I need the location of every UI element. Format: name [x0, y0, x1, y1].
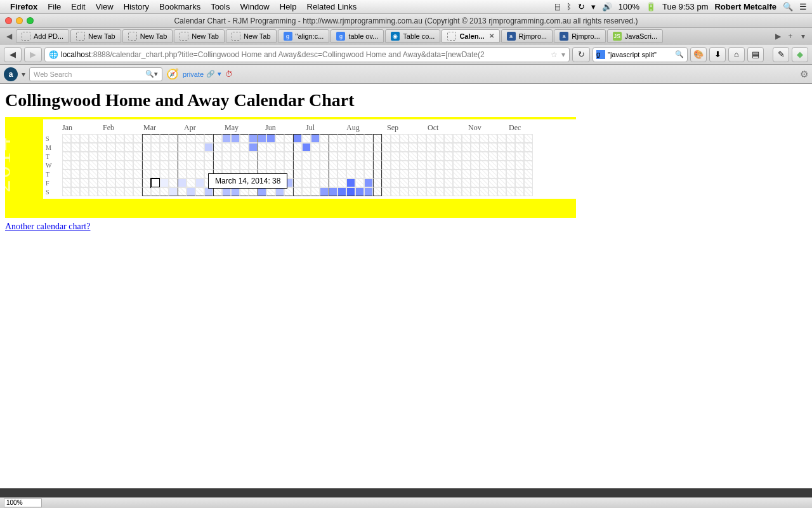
calendar-cell[interactable]	[373, 143, 382, 152]
user-name[interactable]: Robert Metcalfe	[714, 2, 776, 11]
calendar-cell[interactable]	[151, 178, 160, 187]
calendar-cell[interactable]	[453, 170, 462, 178]
calendar-cell[interactable]	[169, 170, 178, 178]
calendar-cell[interactable]	[231, 134, 240, 143]
calendar-cell[interactable]	[62, 170, 71, 178]
calendar-cell[interactable]	[151, 187, 160, 196]
calendar-cell[interactable]	[355, 170, 364, 178]
calendar-cell[interactable]	[169, 178, 178, 187]
calendar-cell[interactable]	[506, 143, 515, 152]
calendar-cell[interactable]	[71, 161, 80, 170]
calendar-cell[interactable]	[409, 143, 417, 152]
clock[interactable]: Tue 9:53 pm	[662, 2, 709, 11]
calendar-cell[interactable]	[444, 187, 453, 196]
calendar-cell[interactable]	[400, 187, 409, 196]
calendar-cell[interactable]	[249, 152, 258, 161]
menu-bookmarks[interactable]: Bookmarks	[159, 2, 200, 11]
calendar-cell[interactable]	[195, 152, 204, 161]
calendar-cell[interactable]	[435, 170, 444, 178]
calendar-cell[interactable]	[98, 170, 107, 178]
calendar-cell[interactable]	[524, 134, 533, 143]
calendar-cell[interactable]	[89, 178, 98, 187]
menu-edit[interactable]: Edit	[71, 2, 85, 11]
calendar-cell[interactable]	[124, 134, 133, 143]
timer-icon[interactable]: ⏱	[225, 70, 233, 79]
calendar-cell[interactable]	[346, 178, 355, 187]
calendar-cell[interactable]	[115, 152, 124, 161]
calendar-cell[interactable]	[258, 152, 266, 161]
calendar-cell[interactable]	[169, 152, 178, 161]
calendar-cell[interactable]	[391, 143, 400, 152]
calendar-cell[interactable]	[195, 143, 204, 152]
calendar-cell[interactable]	[462, 152, 471, 161]
calendar-cell[interactable]	[195, 187, 204, 196]
menu-file[interactable]: File	[48, 2, 61, 11]
calendar-cell[interactable]	[195, 134, 204, 143]
calendar-cell[interactable]	[89, 143, 98, 152]
calendar-cell[interactable]	[488, 152, 497, 161]
calendar-cell[interactable]	[329, 187, 337, 196]
calendar-cell[interactable]	[382, 170, 391, 178]
calendar-cell[interactable]	[249, 143, 258, 152]
calendar-cell[interactable]	[160, 178, 169, 187]
calendar-cell[interactable]	[293, 178, 302, 187]
menu-app[interactable]: Firefox	[10, 2, 37, 11]
calendar-cell[interactable]	[337, 187, 346, 196]
toolbar-btn-5[interactable]: ✎	[773, 47, 789, 62]
calendar-cell[interactable]	[426, 170, 435, 178]
calendar-cell[interactable]	[89, 187, 98, 196]
calendar-cell[interactable]	[107, 187, 115, 196]
calendar-cell[interactable]	[462, 187, 471, 196]
browser-tab[interactable]: New Tab	[174, 29, 225, 43]
calendar-cell[interactable]	[320, 187, 329, 196]
calendar-cell[interactable]	[444, 170, 453, 178]
calendar-cell[interactable]	[453, 161, 462, 170]
calendar-cell[interactable]	[204, 161, 213, 170]
calendar-cell[interactable]	[471, 170, 480, 178]
calendar-cell[interactable]	[355, 134, 364, 143]
calendar-cell[interactable]	[187, 152, 195, 161]
calendar-cell[interactable]	[80, 143, 89, 152]
calendar-cell[interactable]	[213, 134, 222, 143]
calendar-cell[interactable]	[329, 161, 337, 170]
calendar-cell[interactable]	[426, 161, 435, 170]
calendar-cell[interactable]	[98, 161, 107, 170]
download-button[interactable]: ⬇	[709, 47, 726, 62]
calendar-cell[interactable]	[515, 178, 524, 187]
calendar-cell[interactable]	[355, 161, 364, 170]
calendar-cell[interactable]	[506, 170, 515, 178]
calendar-cell[interactable]	[62, 152, 71, 161]
calendar-cell[interactable]	[320, 170, 329, 178]
calendar-cell[interactable]	[178, 134, 187, 143]
search-icon[interactable]: 🔍	[675, 50, 684, 58]
calendar-cell[interactable]	[382, 161, 391, 170]
calendar-cell[interactable]	[98, 178, 107, 187]
reload-button[interactable]: ↻	[572, 47, 590, 62]
calendar-cell[interactable]	[98, 187, 107, 196]
calendar-cell[interactable]	[488, 178, 497, 187]
browser-tab[interactable]: Add PD...	[16, 29, 69, 43]
spotlight-icon[interactable]: 🔍	[783, 2, 793, 11]
calendar-cell[interactable]	[480, 178, 488, 187]
calendar-cell[interactable]	[133, 170, 142, 178]
menu-help[interactable]: Help	[280, 2, 297, 11]
calendar-cell[interactable]	[142, 161, 151, 170]
calendar-cell[interactable]	[453, 143, 462, 152]
calendar-cell[interactable]	[80, 134, 89, 143]
calendar-cell[interactable]	[151, 143, 160, 152]
calendar-cell[interactable]	[115, 178, 124, 187]
calendar-cell[interactable]	[409, 187, 417, 196]
calendar-cell[interactable]	[204, 143, 213, 152]
calendar-cell[interactable]	[320, 178, 329, 187]
calendar-cell[interactable]	[382, 152, 391, 161]
calendar-cell[interactable]	[151, 161, 160, 170]
calendar-cell[interactable]	[213, 187, 222, 196]
calendar-cell[interactable]	[107, 170, 115, 178]
calendar-cell[interactable]	[222, 143, 231, 152]
calendar-cell[interactable]	[284, 187, 293, 196]
calendar-cell[interactable]	[329, 143, 337, 152]
calendar-cell[interactable]	[80, 152, 89, 161]
calendar-cell[interactable]	[426, 152, 435, 161]
calendar-cell[interactable]	[453, 134, 462, 143]
calendar-cell[interactable]	[488, 187, 497, 196]
